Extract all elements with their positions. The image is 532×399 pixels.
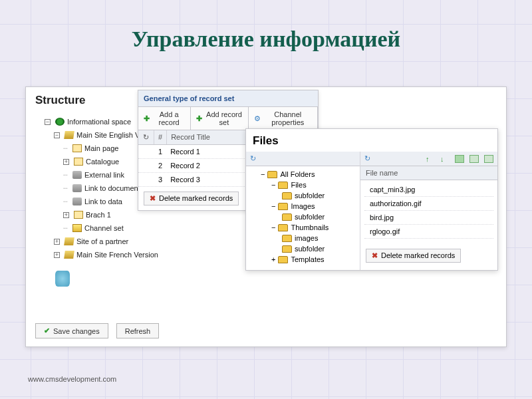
tree-label: Link to data <box>84 196 122 207</box>
folder-item[interactable]: images <box>282 233 356 243</box>
folder-item[interactable]: +Templates <box>271 254 356 265</box>
save-changes-button[interactable]: ✔Save changes <box>35 323 108 338</box>
arrow-up-icon[interactable] <box>426 155 435 163</box>
file-row[interactable]: authorization.gif <box>364 197 493 211</box>
folder-item[interactable]: subfolder <box>282 243 356 254</box>
tree-item[interactable]: +Main Site French Version <box>54 248 158 261</box>
folder-item[interactable]: −Thumbnails <box>271 222 356 233</box>
x-icon: ✖ <box>150 194 156 203</box>
structure-title: Structure <box>35 94 86 107</box>
page-icon <box>72 144 82 152</box>
tree-label: subfolder <box>295 245 325 253</box>
reload-icon[interactable] <box>250 154 259 163</box>
button-label: Save changes <box>53 327 100 335</box>
sort-icon[interactable]: ↻ <box>138 130 154 144</box>
tree-label: subfolder <box>295 192 325 200</box>
tree-label: Thumbnails <box>291 223 329 231</box>
collapse-icon[interactable]: − <box>45 119 51 125</box>
folder-item[interactable]: −All Folders <box>261 169 356 180</box>
delete-marked-files-button[interactable]: ✖Delete marked records <box>366 249 461 263</box>
tree-label: Site of a partner <box>76 235 128 247</box>
folder-icon <box>278 182 288 189</box>
site-icon <box>64 131 74 139</box>
add-record-button[interactable]: ✚Add a record <box>138 107 191 130</box>
button-label: Delete marked records <box>381 251 455 260</box>
slide-area: Structure − Informational space − Main S… <box>25 86 507 347</box>
tree-label: External link <box>84 169 124 181</box>
delete-marked-button[interactable]: ✖Delete marked records <box>144 192 239 205</box>
gear-icon: ⚙ <box>254 114 261 123</box>
tree-label: Informational space <box>67 116 131 128</box>
button-label: Add a record <box>153 110 185 126</box>
panel-header: General type of record set <box>138 90 318 107</box>
folder-item[interactable]: −Files <box>271 180 356 190</box>
channel-properties-button[interactable]: ⚙Channel properties <box>249 107 318 130</box>
folder-icon <box>278 203 288 210</box>
folder-icon <box>282 192 292 200</box>
cell: 1 <box>154 145 166 158</box>
folder-icon <box>282 235 292 242</box>
check-icon: ✔ <box>44 327 50 335</box>
refresh-button[interactable]: Refresh <box>116 323 160 338</box>
expand-icon[interactable]: + <box>54 252 60 258</box>
expand-icon[interactable]: + <box>54 239 60 245</box>
expand-icon[interactable]: + <box>63 212 69 218</box>
button-label: Add record set <box>205 110 242 126</box>
collapse-icon[interactable]: − <box>271 223 275 231</box>
cell: 2 <box>154 159 166 172</box>
link-icon <box>72 198 82 205</box>
tree-label: images <box>295 234 318 242</box>
file-row[interactable]: bird.jpg <box>364 211 493 225</box>
world-icon <box>55 118 65 126</box>
expand-icon[interactable]: + <box>271 255 275 263</box>
tree-label: Main page <box>84 142 118 154</box>
file-name-column[interactable]: File name <box>360 166 497 180</box>
files-title: Files <box>246 129 497 152</box>
folder-item[interactable]: subfolder <box>282 211 356 222</box>
tree-label: Images <box>291 202 315 210</box>
link-icon <box>72 184 82 192</box>
expand-icon[interactable]: + <box>63 159 69 165</box>
page-title: Управление информацией <box>0 27 532 52</box>
arrow-down-icon[interactable] <box>440 155 450 163</box>
folder-item[interactable]: subfolder <box>282 190 356 201</box>
tree-label: Main Site English Ve <box>76 129 144 141</box>
plus-icon: ✚ <box>144 114 150 123</box>
file-row[interactable]: rglogo.gif <box>364 225 493 239</box>
tree-label: Brach 1 <box>86 209 111 221</box>
folders-tree: −All Folders −Files subfolder −Images su… <box>246 166 360 270</box>
folder-icon <box>282 213 292 221</box>
folder-icon <box>267 171 277 178</box>
tree-label: Catalogue <box>86 156 119 168</box>
view-thumbnails-icon[interactable] <box>455 155 464 163</box>
reload-icon[interactable] <box>364 154 374 163</box>
page-icon <box>74 211 83 219</box>
page-icon <box>74 158 83 166</box>
collapse-icon[interactable]: − <box>271 181 275 189</box>
view-details-icon[interactable] <box>484 155 493 163</box>
folder-item[interactable]: −Images <box>271 201 356 211</box>
tree-label: Templates <box>291 255 324 263</box>
column-number[interactable]: # <box>154 130 167 144</box>
view-list-icon[interactable] <box>469 155 479 163</box>
collapse-icon[interactable]: − <box>261 170 265 178</box>
tree-item[interactable]: Channel set <box>63 221 158 235</box>
footer-url: www.cmsdevelopment.com <box>28 375 116 383</box>
tree-item[interactable]: +Site of a partner <box>54 235 158 248</box>
site-icon <box>64 237 74 245</box>
trash-icon[interactable] <box>55 271 70 287</box>
files-panel: Files −All Folders −Files subfolder <box>245 128 498 271</box>
tree-label: Link to documen <box>84 182 138 194</box>
collapse-icon[interactable]: − <box>271 202 275 210</box>
tree-label: Channel set <box>84 222 124 234</box>
folder-icon <box>278 256 288 263</box>
file-row[interactable]: capt_min3.jpg <box>364 183 493 197</box>
button-label: Delete marked records <box>159 194 233 203</box>
folder-icon <box>278 224 288 231</box>
x-icon: ✖ <box>372 251 378 260</box>
collapse-icon[interactable]: − <box>54 132 60 138</box>
add-record-set-button[interactable]: ✚Add record set <box>191 107 248 130</box>
button-label: Channel properties <box>264 110 312 126</box>
link-icon <box>72 171 82 179</box>
tree-label: Files <box>291 181 306 189</box>
